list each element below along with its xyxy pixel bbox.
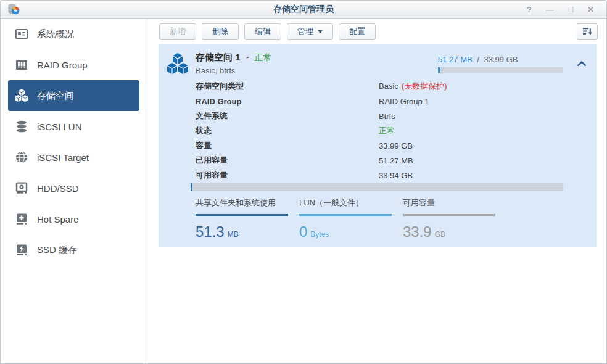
detail-row-status: 状态 正常 bbox=[196, 123, 597, 138]
window-controls: ? — □ ✕ bbox=[527, 5, 606, 14]
iscsi-target-icon bbox=[14, 150, 29, 165]
sidebar-item-iscsi-target[interactable]: iSCSI Target bbox=[8, 142, 139, 173]
detail-label: 容量 bbox=[196, 140, 379, 151]
volume-title: 存储空间 1 bbox=[196, 52, 241, 62]
volume-subtitle: Basic, btrfs bbox=[196, 66, 272, 75]
stat-number: 51.3 bbox=[196, 223, 225, 240]
ssd-cache-icon bbox=[14, 242, 29, 257]
volume-title-line: 存储空间 1 - 正常 bbox=[196, 52, 272, 62]
detail-value-warning: (无数据保护) bbox=[402, 81, 447, 91]
sidebar-item-label: SSD 缓存 bbox=[37, 244, 77, 256]
delete-button-label: 删除 bbox=[212, 26, 228, 37]
edit-button-label: 编辑 bbox=[255, 26, 271, 37]
sidebar-item-ssd-cache[interactable]: SSD 缓存 bbox=[8, 234, 139, 265]
stat-number: 33.9 bbox=[403, 223, 432, 240]
stat-value: 33.9GB bbox=[403, 223, 495, 241]
create-button[interactable]: 新增 bbox=[159, 23, 196, 40]
volume-panel-header[interactable]: 存储空间 1 - 正常 Basic, btrfs 51.27 MB / 33.9… bbox=[159, 44, 597, 79]
collapse-chevron-icon[interactable] bbox=[576, 59, 588, 69]
detail-value: Basic(无数据保护) bbox=[379, 81, 447, 92]
usage-used: 51.27 MB bbox=[438, 55, 473, 64]
detail-row-capacity: 容量 33.99 GB bbox=[196, 138, 597, 153]
detail-label: 文件系统 bbox=[196, 110, 379, 122]
window-title: 存储空间管理员 bbox=[1, 4, 606, 15]
stat-lun: LUN（一般文件） 0Bytes bbox=[299, 197, 392, 241]
usage-total: 33.99 GB bbox=[484, 55, 518, 64]
stat-unit: GB bbox=[435, 230, 445, 239]
manage-button[interactable]: 管理 bbox=[287, 23, 333, 40]
stat-shared-folders: 共享文件夹和系统使用 51.3MB bbox=[196, 197, 288, 241]
storage-manager-app-icon bbox=[7, 2, 20, 16]
detail-label: 可用容量 bbox=[196, 170, 379, 181]
sidebar-item-iscsi-lun[interactable]: iSCSI LUN bbox=[8, 111, 139, 142]
sidebar: 系统概况 RAID Group bbox=[1, 19, 147, 363]
sort-button[interactable] bbox=[577, 23, 598, 40]
sidebar-item-volume[interactable]: 存储空间 bbox=[8, 80, 139, 111]
sidebar-item-label: iSCSI Target bbox=[37, 152, 89, 163]
volume-cubes-icon bbox=[14, 88, 29, 103]
maximize-icon[interactable]: □ bbox=[568, 5, 573, 14]
stat-unit: Bytes bbox=[310, 230, 329, 239]
stat-number: 0 bbox=[299, 223, 307, 240]
sidebar-item-label: RAID Group bbox=[37, 60, 88, 70]
volume-status: 正常 bbox=[255, 52, 272, 62]
stat-value: 51.3MB bbox=[196, 223, 288, 241]
sidebar-item-label: HDD/SSD bbox=[37, 183, 79, 194]
detail-row-used-capacity: 已用容量 51.27 MB bbox=[196, 153, 597, 168]
sidebar-item-raid-group[interactable]: RAID Group bbox=[8, 49, 139, 80]
configure-button[interactable]: 配置 bbox=[339, 23, 376, 40]
stat-label: 可用容量 bbox=[403, 197, 495, 216]
stat-label: 共享文件夹和系统使用 bbox=[196, 197, 288, 216]
detail-label: 存储空间类型 bbox=[196, 81, 379, 92]
title-status-dash: - bbox=[246, 52, 249, 62]
detail-value: 33.94 GB bbox=[379, 171, 413, 180]
volume-panel: 存储空间 1 - 正常 Basic, btrfs 51.27 MB / 33.9… bbox=[159, 44, 597, 247]
sidebar-item-label: 存储空间 bbox=[37, 90, 74, 102]
sidebar-item-label: 系统概况 bbox=[37, 28, 74, 40]
main-content: 新增 删除 编辑 管理 配置 bbox=[147, 19, 606, 363]
close-icon[interactable]: ✕ bbox=[587, 6, 594, 14]
window-body: 系统概况 RAID Group bbox=[1, 19, 606, 363]
hdd-ssd-icon bbox=[14, 181, 29, 196]
detail-value: 33.99 GB bbox=[379, 141, 413, 151]
iscsi-lun-icon bbox=[14, 119, 29, 134]
stat-unit: MB bbox=[228, 230, 239, 239]
capacity-bar bbox=[191, 183, 563, 191]
toolbar: 新增 删除 编辑 管理 配置 bbox=[147, 19, 606, 44]
detail-label: 已用容量 bbox=[196, 155, 379, 166]
dropdown-caret-icon bbox=[318, 30, 323, 33]
sidebar-item-hot-spare[interactable]: Hot Spare bbox=[8, 204, 139, 234]
sort-descending-icon bbox=[582, 27, 593, 36]
volume-details: 存储空间类型 Basic(无数据保护) RAID Group RAID Grou… bbox=[159, 79, 597, 183]
manage-button-label: 管理 bbox=[297, 26, 313, 37]
sidebar-item-label: iSCSI LUN bbox=[37, 122, 82, 132]
usage-text: 51.27 MB / 33.99 GB bbox=[438, 55, 563, 64]
raid-group-icon bbox=[14, 57, 29, 72]
titlebar: 存储空间管理员 ? — □ ✕ bbox=[1, 1, 606, 19]
sidebar-item-hdd-ssd[interactable]: HDD/SSD bbox=[8, 173, 139, 204]
usage-separator: / bbox=[477, 55, 479, 64]
detail-value: Btrfs bbox=[379, 112, 395, 121]
stat-label: LUN（一般文件） bbox=[299, 197, 392, 216]
detail-row-raid-group: RAID Group RAID Group 1 bbox=[196, 94, 597, 109]
detail-row-available-capacity: 可用容量 33.94 GB bbox=[196, 168, 597, 183]
edit-button[interactable]: 编辑 bbox=[244, 23, 281, 40]
detail-row-volume-type: 存储空间类型 Basic(无数据保护) bbox=[196, 79, 597, 94]
capacity-bar-fill bbox=[191, 183, 192, 191]
minimize-icon[interactable]: — bbox=[546, 6, 554, 14]
configure-button-label: 配置 bbox=[349, 26, 365, 37]
sidebar-item-system-overview[interactable]: 系统概况 bbox=[8, 19, 139, 49]
delete-button[interactable]: 删除 bbox=[202, 23, 239, 40]
usage-bar-fill bbox=[438, 67, 440, 73]
detail-value-text: Basic bbox=[379, 81, 398, 91]
detail-value: 51.27 MB bbox=[379, 156, 413, 165]
system-overview-icon bbox=[14, 27, 29, 41]
stat-value: 0Bytes bbox=[299, 223, 392, 241]
detail-row-file-system: 文件系统 Btrfs bbox=[196, 109, 597, 123]
create-button-label: 新增 bbox=[170, 26, 186, 37]
detail-label: 状态 bbox=[196, 125, 379, 136]
detail-label: RAID Group bbox=[196, 97, 379, 106]
storage-manager-window: 存储空间管理员 ? — □ ✕ 系统概况 bbox=[0, 0, 607, 364]
help-icon[interactable]: ? bbox=[527, 6, 532, 14]
detail-value: RAID Group 1 bbox=[379, 97, 429, 106]
